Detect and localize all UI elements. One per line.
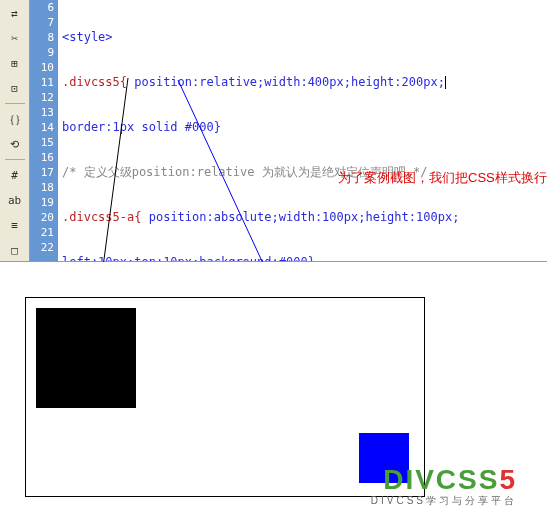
brand-suffix: 5 [499, 464, 517, 495]
tool-palette: ⇄ ✂ ⊞ ⊡ ｛｝ ⟲ # ab ≡ □ [0, 0, 30, 261]
line-number-gutter: 678910111213141516171819202122 [30, 0, 58, 261]
code-token: position:absolute;width:100px;height:100… [141, 210, 459, 224]
tool-btn[interactable]: □ [4, 239, 26, 261]
watermark-brand: DIVCSS5 DIVCSS学习与分享平台 [371, 464, 517, 508]
tool-btn[interactable]: ⊡ [4, 77, 26, 99]
tool-separator [5, 103, 25, 104]
tool-separator [5, 159, 25, 160]
code-token: position:relative;width:400px;height:200… [127, 75, 445, 89]
tool-btn[interactable]: ｛｝ [4, 108, 26, 130]
tool-btn[interactable]: # [4, 164, 26, 186]
brand-tagline: DIVCSS学习与分享平台 [371, 494, 517, 508]
code-token: /* 定义父级position:relative 为就认为是绝对定位声明吧 */ [62, 165, 427, 179]
divcss5-container [25, 297, 425, 497]
preview-pane: DIVCSS5 DIVCSS学习与分享平台 [0, 262, 547, 526]
code-token: .divcss5-a{ [62, 210, 141, 224]
tool-btn[interactable]: ⊞ [4, 52, 26, 74]
code-token: .divcss5{ [62, 75, 127, 89]
code-token: <style> [62, 30, 113, 44]
divcss5-a-box [36, 308, 136, 408]
tool-btn[interactable]: ≡ [4, 214, 26, 236]
code-token: left:10px;top:10px;background:#000} [62, 255, 315, 261]
tool-btn[interactable]: ab [4, 189, 26, 211]
tool-btn[interactable]: ⇄ [4, 2, 26, 24]
code-token: border:1px solid #000} [62, 120, 221, 134]
tool-btn[interactable]: ✂ [4, 27, 26, 49]
text-cursor [445, 76, 446, 89]
brand-name: DIVCSS [383, 464, 499, 495]
editor-pane: ⇄ ✂ ⊞ ⊡ ｛｝ ⟲ # ab ≡ □ 678910111213141516… [0, 0, 547, 262]
code-area[interactable]: <style> .divcss5{ position:relative;widt… [58, 0, 547, 261]
tool-btn[interactable]: ⟲ [4, 133, 26, 155]
